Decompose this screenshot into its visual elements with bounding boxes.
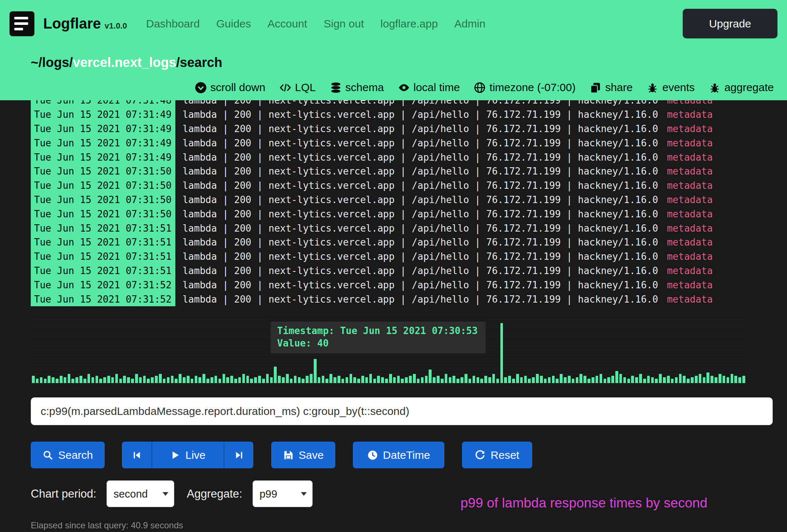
log-row[interactable]: Tue Jun 15 2021 07:31:49lambda | 200 | n…: [31, 136, 787, 150]
chart-bar[interactable]: [449, 377, 452, 383]
chart-bar[interactable]: [512, 379, 515, 383]
nav-link-logflare-app[interactable]: logflare.app: [380, 18, 438, 30]
chart-bar[interactable]: [373, 379, 376, 383]
local-time-toggle[interactable]: local time: [398, 81, 460, 94]
chart-bar[interactable]: [445, 374, 448, 383]
chart-bar[interactable]: [385, 379, 388, 383]
log-metadata-link[interactable]: metadata: [667, 100, 713, 106]
chart-bar[interactable]: [329, 374, 332, 383]
chart-bar[interactable]: [496, 379, 499, 383]
page-backward-button[interactable]: [122, 442, 152, 468]
brand[interactable]: Logflare v1.0.0: [43, 15, 127, 32]
chart-bar[interactable]: [473, 376, 475, 383]
upgrade-button[interactable]: Upgrade: [683, 9, 777, 38]
chart-bar[interactable]: [469, 379, 471, 383]
chart-bar[interactable]: [258, 376, 261, 383]
chart-bar[interactable]: [44, 379, 47, 383]
nav-link-admin[interactable]: Admin: [454, 18, 485, 30]
log-row[interactable]: Tue Jun 15 2021 07:31:49lambda | 200 | n…: [31, 122, 787, 136]
chart-bar[interactable]: [198, 377, 201, 383]
chart-bar[interactable]: [314, 359, 317, 383]
search-button[interactable]: Search: [31, 442, 105, 468]
chart-bar[interactable]: [103, 377, 106, 383]
chart-bar[interactable]: [607, 377, 610, 383]
log-metadata-link[interactable]: metadata: [667, 166, 713, 177]
chart-bar[interactable]: [48, 376, 51, 383]
chart-bar[interactable]: [318, 377, 321, 383]
chart-bar[interactable]: [528, 379, 531, 383]
chart-bar[interactable]: [254, 377, 257, 383]
chart-bar[interactable]: [568, 376, 571, 383]
log-row[interactable]: Tue Jun 15 2021 07:31:52lambda | 200 | n…: [31, 292, 787, 306]
chart-bar[interactable]: [437, 376, 440, 383]
log-row[interactable]: Tue Jun 15 2021 07:31:51lambda | 200 | n…: [31, 250, 787, 264]
chart-bar[interactable]: [397, 376, 400, 383]
schema-button[interactable]: schema: [330, 81, 384, 94]
reset-button[interactable]: Reset: [462, 442, 532, 468]
chart-bar[interactable]: [671, 379, 674, 383]
chart-bar[interactable]: [159, 374, 162, 383]
chart-bar[interactable]: [516, 374, 519, 383]
chart-bar[interactable]: [627, 379, 630, 383]
chart-bar[interactable]: [151, 377, 154, 383]
chart-bar[interactable]: [576, 377, 579, 383]
chart-bar[interactable]: [409, 376, 412, 383]
log-metadata-link[interactable]: metadata: [667, 123, 713, 134]
query-input[interactable]: [31, 397, 773, 425]
chart-bar[interactable]: [560, 374, 563, 383]
chart-bar[interactable]: [99, 379, 102, 383]
chart-bar[interactable]: [119, 379, 122, 383]
log-row[interactable]: Tue Jun 15 2021 07:31:50lambda | 200 | n…: [31, 193, 787, 207]
chart-bar[interactable]: [663, 377, 666, 383]
chart-bar[interactable]: [298, 377, 301, 383]
chart-bar[interactable]: [191, 379, 194, 383]
chart-bar[interactable]: [600, 374, 603, 383]
chart-bar[interactable]: [742, 376, 745, 383]
chart-bar[interactable]: [588, 379, 590, 383]
chart-bar[interactable]: [465, 374, 467, 383]
chart-bar[interactable]: [92, 377, 94, 383]
chart-bar[interactable]: [508, 376, 511, 383]
events-button[interactable]: events: [646, 81, 694, 94]
chart-bar[interactable]: [83, 379, 86, 383]
chart-bar[interactable]: [278, 376, 281, 383]
log-metadata-link[interactable]: metadata: [667, 223, 713, 234]
chart-bar[interactable]: [710, 376, 713, 383]
chart-bar[interactable]: [524, 376, 527, 383]
log-row[interactable]: Tue Jun 15 2021 07:31:50lambda | 200 | n…: [31, 207, 787, 221]
chart-bar[interactable]: [619, 374, 622, 383]
save-button[interactable]: Save: [271, 442, 335, 468]
chart-bar[interactable]: [36, 379, 39, 383]
chart-bar[interactable]: [302, 379, 305, 383]
chart-bar[interactable]: [583, 376, 586, 383]
log-metadata-link[interactable]: metadata: [667, 180, 713, 191]
chart-bar[interactable]: [667, 376, 670, 383]
log-row[interactable]: Tue Jun 15 2021 07:31:50lambda | 200 | n…: [31, 179, 787, 193]
log-table[interactable]: Tue Jun 15 2021 07:31:48lambda | 200 | n…: [31, 100, 787, 307]
chart-bar[interactable]: [333, 377, 336, 383]
nav-link-guides[interactable]: Guides: [216, 18, 251, 30]
nav-link-signout[interactable]: Sign out: [324, 18, 364, 30]
log-metadata-link[interactable]: metadata: [667, 294, 713, 305]
chart-bar[interactable]: [377, 376, 380, 383]
chart-bar[interactable]: [155, 376, 158, 383]
chart-bar[interactable]: [639, 374, 642, 383]
chart-bar[interactable]: [492, 374, 495, 383]
chart-bar[interactable]: [183, 377, 186, 383]
chart-bar[interactable]: [226, 377, 229, 383]
chart-bar[interactable]: [719, 374, 721, 383]
chart-bar[interactable]: [353, 377, 356, 383]
chart-bar[interactable]: [306, 376, 309, 383]
chart-bar[interactable]: [604, 379, 607, 383]
chart-bar[interactable]: [171, 376, 174, 383]
nav-link-dashboard[interactable]: Dashboard: [146, 18, 200, 30]
chart-bar[interactable]: [337, 376, 340, 383]
chart-bar[interactable]: [615, 371, 618, 383]
log-row[interactable]: Tue Jun 15 2021 07:31:52lambda | 200 | n…: [31, 278, 787, 292]
chart-bar[interactable]: [536, 374, 539, 383]
chart-bar[interactable]: [60, 376, 63, 383]
chart-bar[interactable]: [266, 374, 269, 383]
lql-button[interactable]: LQL: [279, 81, 316, 94]
scroll-down-button[interactable]: scroll down: [195, 81, 265, 94]
chart-bar[interactable]: [389, 374, 392, 383]
